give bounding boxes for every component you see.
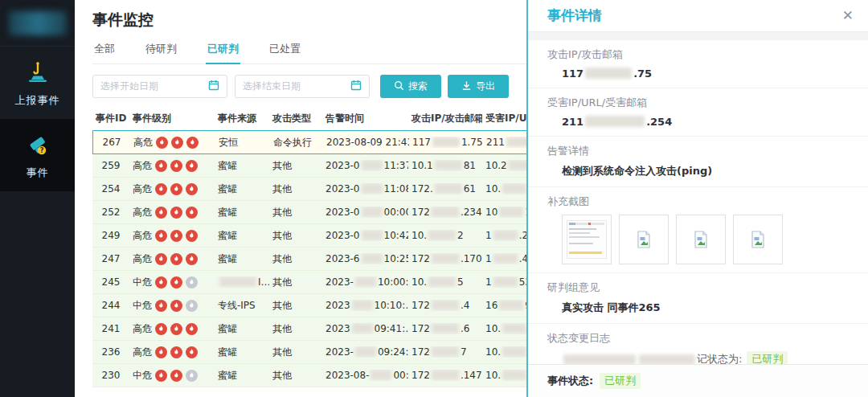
cell-attack-type: 其他 — [269, 229, 322, 243]
opinion-section: 研判组意见 真实攻击 同事件265 — [528, 273, 868, 324]
alert-detail-value: 检测到系统命令注入攻击(ping) — [547, 164, 849, 178]
severity-flame-icon — [155, 253, 167, 265]
table-row[interactable]: 230中危蜜罐其他2023-08-00:00:…172.14710.21 — [92, 364, 526, 387]
flame-icon — [188, 302, 195, 309]
broken-image-icon — [634, 230, 653, 249]
cell-attack-ip: 1171.75 — [409, 137, 483, 148]
severity-flame-icon — [186, 253, 198, 265]
table-row[interactable]: 247高危蜜罐其他2023-610:25:…172.1701.46 — [92, 248, 526, 271]
table-row[interactable]: 244中危专线-IPS其他202310:10:…172.4169 46 — [92, 294, 526, 317]
cell-event-id: 245 — [92, 276, 129, 288]
tab-3[interactable]: 已处置 — [268, 39, 302, 63]
flame-icon — [158, 162, 165, 170]
severity-flame-icon — [170, 276, 182, 289]
table-row[interactable]: 236高危蜜罐其他2023-09:24:…172710.21 — [92, 341, 526, 364]
cell-attack-ip: 1727 — [408, 346, 482, 358]
cell-alert-time: 202309:41:… — [322, 323, 408, 334]
cell-event-source: 蜜罐 — [215, 252, 269, 266]
sidebar-item-event[interactable]: ?事件 — [0, 119, 75, 191]
cell-victim-ip: 10.21 — [482, 346, 526, 358]
app-root: 上报事件?事件 事件监控 全部待研判已研判已处置 选择开始日期 选择结束日期 — [0, 0, 868, 397]
cell-alert-time: 202310:10:… — [322, 300, 408, 311]
screenshot-thumbnail-1[interactable] — [562, 215, 612, 264]
redacted-text — [352, 323, 373, 334]
cell-alert-time: 2023-08-00:00:… — [322, 370, 408, 381]
table-row[interactable]: 252高危蜜罐其他2023-000:00:…172.234101.21 — [92, 201, 526, 224]
cell-event-level: 高危 — [129, 322, 215, 336]
cell-event-id: 247 — [92, 253, 129, 264]
table-row-selected[interactable]: 267高危安恒命令执行2023-08-09 21:43:…1171.752112… — [92, 130, 526, 154]
screenshot-preview — [567, 220, 607, 259]
cell-attack-ip: 172.234 — [408, 207, 482, 218]
broken-image-icon — [691, 230, 710, 249]
close-icon[interactable]: ✕ — [842, 9, 854, 23]
cell-victim-ip: 10.21 — [482, 370, 526, 381]
search-icon — [394, 80, 404, 93]
table-row[interactable]: 245中危I…其他2023-10:00:…10.5153 52 — [92, 271, 526, 294]
cell-event-level: 高危 — [129, 159, 215, 173]
victim-ip-section: 受害IP/URL/受害邮箱 211.254 — [528, 88, 868, 137]
screenshot-thumbnail-4[interactable] — [733, 215, 783, 264]
tab-0[interactable]: 全部 — [92, 39, 117, 63]
redacted-text — [506, 137, 526, 147]
drawer-title: 事件详情 — [547, 6, 602, 25]
app-logo — [0, 0, 75, 47]
tab-2-active[interactable]: 已研判 — [206, 39, 240, 63]
flame-icon — [158, 279, 165, 286]
end-date-placeholder: 选择结束日期 — [243, 80, 301, 93]
severity-flame-icon — [171, 137, 183, 149]
column-header-5: 攻击IP/攻击邮箱 — [408, 112, 482, 125]
cell-victim-ip: 2112 — [483, 137, 526, 148]
cell-event-id: 241 — [92, 323, 129, 334]
sidebar-item-report-event[interactable]: 上报事件 — [0, 47, 75, 119]
severity-flame-icon — [186, 346, 198, 358]
severity-flame-icon — [170, 253, 182, 265]
level-label: 高危 — [133, 136, 153, 149]
severity-flame-icon — [155, 160, 167, 172]
screenshot-thumbnail-2[interactable] — [619, 215, 669, 264]
tab-1[interactable]: 待研判 — [144, 39, 178, 63]
severity-flame-icon — [186, 230, 198, 242]
table-row[interactable]: 259高危蜜罐其他2023-011:37:…10.18110.237 — [92, 154, 526, 178]
redacted-text — [432, 323, 459, 334]
start-date-input[interactable]: 选择开始日期 — [92, 75, 227, 98]
cell-event-source: 蜜罐 — [215, 159, 269, 173]
cell-event-level: 高危 — [129, 206, 215, 219]
table-row[interactable]: 249高危蜜罐其他2023-010:42:…10.21.21 — [92, 224, 526, 248]
export-button[interactable]: 导出 — [448, 75, 509, 98]
cell-alert-time: 2023-08-09 21:43:… — [323, 137, 409, 148]
redacted-text — [362, 183, 383, 194]
broken-image-icon — [748, 230, 768, 249]
severity-flame-icon — [170, 300, 182, 312]
end-date-input[interactable]: 选择结束日期 — [235, 75, 370, 98]
severity-flame-icon — [186, 276, 198, 289]
severity-flame-icon — [170, 230, 182, 242]
flame-icon — [158, 139, 166, 146]
table-row[interactable]: 241高危蜜罐其他202309:41:…172.610.21 — [92, 317, 526, 341]
redacted-text — [355, 346, 376, 357]
cell-attack-type: 其他 — [269, 252, 322, 266]
cell-alert-time: 2023-010:42:… — [322, 230, 408, 241]
table-body: 267高危安恒命令执行2023-08-09 21:43:…1171.752112… — [92, 130, 526, 387]
drawer-header: 事件详情 ✕ — [528, 0, 868, 32]
screenshot-thumbnail-3[interactable] — [676, 215, 726, 264]
cell-alert-time: 2023-011:08:… — [322, 183, 408, 194]
flame-icon — [174, 139, 181, 146]
redacted-text — [639, 354, 695, 364]
export-button-label: 导出 — [476, 80, 495, 93]
severity-flame-icon — [170, 346, 182, 358]
opinion-value: 真实攻击 同事件265 — [547, 301, 849, 315]
redacted-text — [432, 370, 459, 380]
redacted-text — [428, 230, 456, 240]
flame-icon — [173, 162, 180, 170]
status-log-entry: 记状态为: 已研判 — [547, 351, 849, 364]
cell-event-id: 252 — [92, 207, 129, 218]
calendar-icon — [208, 80, 219, 93]
attack-ip-section: 攻击IP/攻击邮箱 117.75 — [528, 40, 868, 88]
redacted-text — [435, 183, 462, 194]
main-panel: 事件监控 全部待研判已研判已处置 选择开始日期 选择结束日期 搜索 — [75, 0, 526, 397]
cell-attack-ip: 10.2 — [408, 230, 482, 241]
search-button[interactable]: 搜索 — [380, 75, 441, 98]
table-row[interactable]: 254高危蜜罐其他2023-011:08:…172.6110..21 — [92, 178, 526, 201]
column-header-4: 告警时间 — [322, 112, 408, 125]
